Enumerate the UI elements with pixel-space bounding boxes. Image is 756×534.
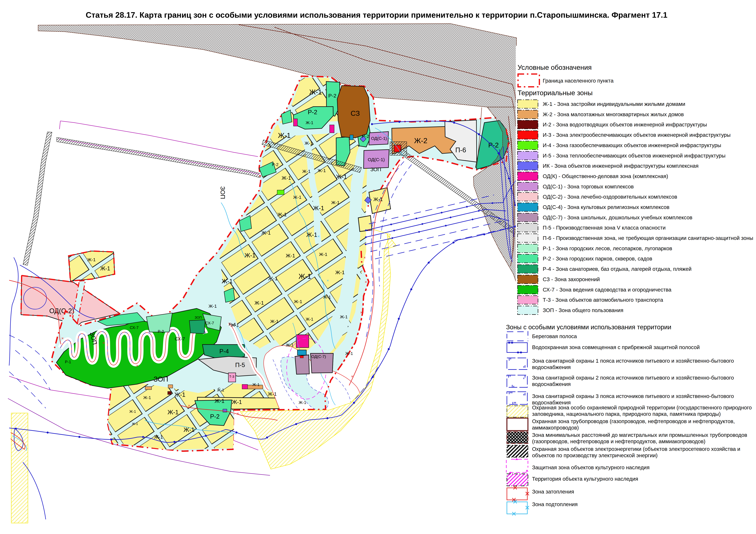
svg-text:СХ-7 - Зона ведения садоводств: СХ-7 - Зона ведения садоводства и огород… (543, 287, 671, 292)
svg-text:Охранная зона особо охраняемой: Охранная зона особо охраняемой природной… (532, 405, 752, 411)
svg-text:П-5: П-5 (235, 362, 245, 368)
svg-text:Р-2: Р-2 (328, 93, 337, 99)
svg-text:Ж-1: Ж-1 (309, 88, 322, 96)
svg-text:×: × (188, 403, 190, 408)
svg-text:Ж-1: Ж-1 (294, 299, 302, 304)
svg-text:ОД(С-1): ОД(С-1) (368, 157, 385, 162)
svg-text:Граница населенного пункта: Граница населенного пункта (543, 78, 614, 84)
svg-text:П-6 - Производственная зона, н: П-6 - Производственная зона, не требующа… (543, 235, 753, 241)
svg-text:Ж-1: Ж-1 (268, 275, 278, 281)
svg-text:Ж-1: Ж-1 (282, 175, 291, 181)
svg-text:Условные обозначения: Условные обозначения (518, 64, 592, 71)
svg-text:Ж-1: Ж-1 (143, 395, 151, 400)
svg-text:×: × (205, 426, 207, 430)
svg-text:И-2 - Зона водоотводящих объек: И-2 - Зона водоотводящих объектов инжене… (543, 121, 707, 127)
svg-text:ОД(К) - Общественно-деловая зо: ОД(К) - Общественно-деловая зона (компле… (543, 173, 668, 179)
svg-text:Ж-1: Ж-1 (302, 169, 310, 174)
svg-text:Охранная зона трубопроводов (г: Охранная зона трубопроводов (газопроводо… (532, 418, 735, 424)
svg-text:Ж-1: Ж-1 (277, 212, 287, 217)
svg-text:Ж-1: Ж-1 (154, 434, 163, 440)
svg-text:Зона санитарной охраны 2 пояса: Зона санитарной охраны 2 пояса источнико… (532, 375, 734, 381)
svg-text:Ж-1: Ж-1 (313, 205, 324, 212)
svg-text:Ж-1: Ж-1 (87, 257, 95, 262)
svg-text:Ж-1: Ж-1 (340, 315, 348, 319)
svg-text:×: × (364, 255, 366, 260)
svg-text:П-6: П-6 (455, 146, 466, 154)
svg-text:И-4 - Зона газообеспечивающих: И-4 - Зона газообеспечивающих объектов и… (543, 142, 721, 148)
svg-text:Береговая полоса: Береговая полоса (532, 333, 577, 339)
svg-text:И-3 - Зона электрообеспечивающ: И-3 - Зона электрообеспечивающих объекто… (543, 132, 731, 138)
svg-text:ОД(С-7): ОД(С-7) (311, 354, 326, 359)
svg-text:Ж-1: Ж-1 (268, 391, 277, 397)
svg-text:Ж-1: Ж-1 (373, 196, 383, 202)
svg-text:Р-2 - Зона городских парков, с: Р-2 - Зона городских парков, скверов, са… (543, 256, 652, 262)
svg-text:Зона минимальных расстояний до: Зона минимальных расстояний до магистрал… (532, 432, 747, 438)
svg-text:Р-4: Р-4 (229, 322, 236, 327)
svg-text:×: × (243, 234, 245, 238)
svg-text:Зона подтопления: Зона подтопления (532, 501, 578, 507)
svg-text:Т-3: Т-3 (229, 375, 234, 378)
svg-text:Р-2: Р-2 (210, 413, 220, 420)
svg-text:Ж-1: Ж-1 (175, 391, 185, 398)
svg-text:×: × (55, 310, 58, 315)
svg-text:Ж-1: Ж-1 (252, 382, 259, 387)
svg-text:Р-1 - Зона городских лесов, ле: Р-1 - Зона городских лесов, лесопарков, … (543, 245, 672, 251)
svg-text:×: × (368, 228, 370, 232)
svg-text:ОД(С-2) - Зона лечебно-оздоров: ОД(С-2) - Зона лечебно-оздоровительных к… (543, 194, 677, 200)
svg-text:ЗОП - Зона общего пользования: ЗОП - Зона общего пользования (543, 307, 623, 313)
svg-text:Ж-1: Ж-1 (345, 351, 353, 356)
svg-text:Ж-1: Ж-1 (183, 426, 195, 433)
svg-text:Ж-1: Ж-1 (299, 400, 307, 405)
svg-text:заповедника, национального пар: заповедника, национального парка, природ… (532, 411, 721, 417)
svg-text:Ж-1: Ж-1 (335, 269, 345, 275)
svg-text:Ж-1: Ж-1 (306, 231, 317, 238)
svg-text:×: × (373, 188, 375, 193)
svg-text:Ж-1: Ж-1 (299, 272, 311, 280)
svg-text:СЗ: СЗ (351, 109, 360, 117)
svg-text:ЗОП: ЗОП (219, 186, 226, 199)
svg-text:ОД(С-7) - Зона школьных, дошко: ОД(С-7) - Зона школьных, дошкольных учеб… (543, 215, 692, 220)
svg-text:Р-2: Р-2 (158, 329, 164, 334)
svg-text:объектов по производству элект: объектов по производству электрической э… (532, 452, 658, 458)
svg-text:П-5 - Производственная зона V: П-5 - Производственная зона V класса опа… (543, 225, 665, 231)
svg-text:Р-2: Р-2 (488, 141, 499, 149)
svg-text:Ж-1: Ж-1 (261, 230, 271, 236)
svg-text:×: × (304, 195, 306, 199)
svg-text:Зона санитарной охраны 1 пояса: Зона санитарной охраны 1 пояса источнико… (532, 358, 734, 364)
svg-text:Т-3 - Зона объектов автомобиль: Т-3 - Зона объектов автомобильного транс… (543, 297, 663, 303)
svg-text:И-5 - Зона теплообеспечивающих: И-5 - Зона теплообеспечивающих объектов … (543, 153, 725, 159)
svg-text:Территориальные зоны: Территориальные зоны (518, 89, 593, 97)
svg-text:аммиакопроводов): аммиакопроводов) (532, 425, 579, 431)
svg-text:Р-4 - Зона санаториев, баз отд: Р-4 - Зона санаториев, баз отдыха, лагер… (543, 266, 691, 272)
svg-text:ОД(С-1) - Зона торговых компле: ОД(С-1) - Зона торговых комплексов (543, 184, 634, 190)
svg-text:×: × (61, 336, 64, 341)
svg-text:Ж-1: Ж-1 (306, 120, 313, 125)
svg-text:ИК - Зона объектов инженерной: ИК - Зона объектов инженерной инфраструк… (543, 163, 698, 169)
svg-text:×: × (136, 364, 138, 368)
svg-text:Защитная зона объектов культур: Защитная зона объектов культурного насле… (532, 464, 650, 470)
svg-text:Ж-1: Ж-1 (278, 132, 290, 140)
svg-text:Ж-1 - Зона застройки индивидуа: Ж-1 - Зона застройки индивидуальными жил… (543, 101, 685, 107)
svg-text:Ж-1: Ж-1 (323, 295, 331, 299)
svg-text:Зона санитарной охраны 3 пояса: Зона санитарной охраны 3 пояса источнико… (532, 393, 734, 399)
svg-text:×: × (327, 278, 329, 283)
svg-text:Водоохранная зона совмещенная: Водоохранная зона совмещенная с прибрежн… (532, 344, 700, 350)
svg-text:×: × (164, 421, 166, 426)
svg-text:Р-1: Р-1 (65, 360, 71, 364)
svg-text:Ж-1: Ж-1 (232, 399, 242, 405)
svg-text:Р-2: Р-2 (362, 134, 369, 139)
svg-text:Ж-1: Ж-1 (293, 195, 301, 200)
svg-text:Ж-1: Ж-1 (214, 398, 225, 404)
svg-text:Р-2: Р-2 (272, 162, 279, 167)
svg-text:×: × (237, 411, 239, 416)
svg-text:ЗОП: ЗОП (153, 375, 168, 383)
svg-text:Зоны с особыми условиями испол: Зоны с особыми условиями использования т… (506, 323, 671, 331)
svg-text:Территория объекта культурного: Территория объекта культурного наследия (532, 476, 638, 482)
svg-text:(газопроводов, нефтепроводов и: (газопроводов, нефтепроводов и нефтепрод… (532, 438, 705, 444)
svg-text:Ж-1: Ж-1 (129, 409, 136, 414)
svg-text:×: × (102, 341, 105, 345)
svg-text:ОД(С-4) - Зона культовых религ: ОД(С-4) - Зона культовых религиозных ком… (543, 204, 669, 210)
svg-text:×: × (364, 280, 367, 284)
svg-text:ОД(С-2): ОД(С-2) (49, 307, 74, 315)
svg-text:СХ-7: СХ-7 (175, 336, 185, 341)
